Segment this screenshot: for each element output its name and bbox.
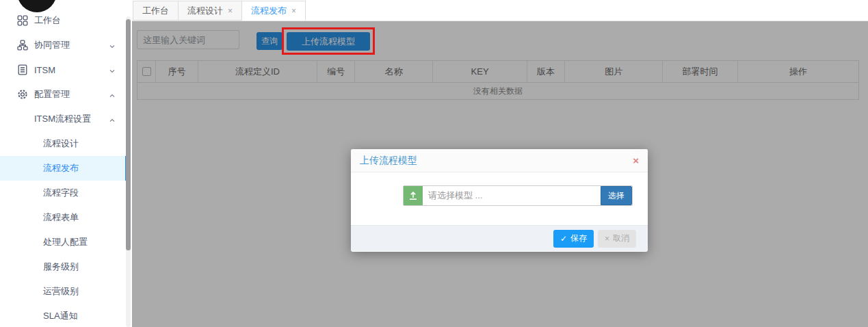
sidebar-item-label: 流程设计 — [43, 138, 79, 150]
tab-label: 工作台 — [142, 1, 169, 21]
sidebar-scrollbar — [126, 16, 131, 327]
sidebar-item-sla-notify[interactable]: SLA通知 — [0, 304, 127, 327]
content-area: 工作台 流程设计 × 流程发布 × 查询 上传流程模型 — [132, 0, 868, 327]
upload-model-dialog: 上传流程模型 × 请选择模型 ... 选择 ✓ 保存 × — [351, 149, 648, 252]
sidebar-item-itsm-process-settings[interactable]: ITSM流程设置 — [0, 107, 127, 131]
close-icon[interactable]: × — [633, 155, 639, 166]
chevron-down-icon — [109, 42, 116, 52]
cancel-button[interactable]: × 取消 — [598, 230, 636, 248]
chevron-up-icon — [109, 116, 116, 126]
file-picker-group: 请选择模型 ... 选择 — [403, 185, 633, 206]
sidebar-item-label: 服务级别 — [43, 261, 79, 273]
sidebar-item-label: 运营级别 — [43, 285, 79, 298]
sidebar-item-label: 工作台 — [34, 14, 61, 27]
gear-icon — [17, 89, 28, 100]
close-icon[interactable]: × — [228, 7, 233, 15]
sidebar-item-label: ITSM流程设置 — [34, 113, 91, 125]
dialog-header: 上传流程模型 × — [351, 149, 648, 172]
sidebar-item-config-mgmt[interactable]: 配置管理 — [0, 82, 127, 107]
sidebar-menu: 工作台 协同管理 ITSM — [0, 8, 127, 327]
tab-bar: 工作台 流程设计 × 流程发布 × — [132, 0, 868, 21]
tab-workbench[interactable]: 工作台 — [133, 1, 179, 21]
sidebar-item-handler-config[interactable]: 处理人配置 — [0, 230, 127, 254]
tab-label: 流程设计 — [187, 1, 223, 21]
sidebar-item-label: 流程表单 — [43, 211, 79, 224]
sidebar-item-process-design[interactable]: 流程设计 — [0, 131, 127, 156]
sidebar-item-itsm[interactable]: ITSM — [0, 57, 127, 82]
save-label: 保存 — [570, 233, 587, 244]
chevron-down-icon — [109, 66, 116, 77]
sidebar-item-label: SLA通知 — [43, 310, 78, 322]
dialog-footer: ✓ 保存 × 取消 — [351, 225, 648, 251]
sidebar-item-collab-mgmt[interactable]: 协同管理 — [0, 33, 127, 57]
x-icon: × — [605, 234, 609, 244]
cancel-label: 取消 — [613, 233, 629, 244]
file-input[interactable]: 请选择模型 ... — [423, 186, 601, 205]
sidebar-item-process-forms[interactable]: 流程表单 — [0, 205, 127, 230]
sidebar-item-label: ITSM — [34, 65, 55, 75]
sidebar-item-process-fields[interactable]: 流程字段 — [0, 181, 127, 205]
save-button[interactable]: ✓ 保存 — [553, 230, 594, 248]
sidebar-item-label: 处理人配置 — [43, 236, 88, 248]
tab-label: 流程发布 — [251, 1, 287, 21]
dialog-body: 请选择模型 ... 选择 — [351, 172, 648, 225]
tab-process-publish[interactable]: 流程发布 × — [242, 1, 306, 21]
check-icon: ✓ — [560, 234, 567, 244]
sidebar-item-label: 协同管理 — [34, 39, 70, 51]
sidebar-item-operation-level[interactable]: 运营级别 — [0, 279, 127, 304]
tab-process-design[interactable]: 流程设计 × — [179, 1, 242, 21]
choose-file-button[interactable]: 选择 — [601, 186, 632, 205]
sidebar-item-label: 流程字段 — [43, 187, 79, 199]
upload-icon — [404, 186, 423, 205]
sidebar-scrollbar-thumb[interactable] — [126, 19, 131, 250]
dashboard-icon — [17, 15, 28, 26]
sidebar-item-service-level[interactable]: 服务级别 — [0, 254, 127, 279]
sidebar: 工作台 协同管理 ITSM — [0, 0, 132, 327]
chevron-up-icon — [109, 91, 116, 101]
document-icon — [17, 64, 28, 75]
sidebar-item-label: 配置管理 — [34, 88, 70, 101]
sidebar-item-process-publish[interactable]: 流程发布 — [0, 156, 127, 181]
app-window: 工作台 协同管理 ITSM — [0, 0, 868, 327]
sidebar-item-label: 流程发布 — [43, 162, 79, 174]
sidebar-item-workbench[interactable]: 工作台 — [0, 8, 127, 33]
org-icon — [17, 40, 28, 51]
close-icon[interactable]: × — [291, 7, 296, 15]
dialog-title: 上传流程模型 — [360, 155, 633, 167]
